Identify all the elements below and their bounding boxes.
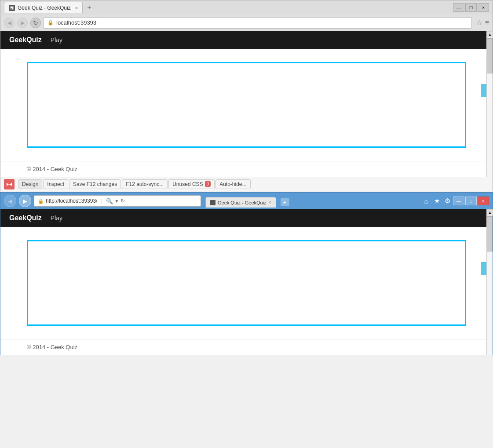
unused-css-badge: 0	[205, 181, 211, 187]
scroll-thumb[interactable]	[487, 38, 493, 73]
scroll-up-arrow[interactable]: ▲	[487, 31, 493, 37]
ff-side-tab[interactable]	[481, 262, 486, 275]
chrome-browser-window: Geek Quiz - GeekQuiz × + — □ × ◀ ▶ ↻ 🔒 l…	[0, 0, 493, 191]
svg-rect-2	[12, 7, 13, 9]
ff-scroll-thumb[interactable]	[487, 216, 493, 251]
ff-address-input[interactable]: 🔒 http://localhost:39393/ | 🔍 ▼ ↻	[34, 195, 201, 207]
side-tab[interactable]	[481, 84, 486, 97]
ff-search-sep: |	[101, 198, 102, 204]
ff-app-main-content	[0, 227, 493, 339]
chrome-tab[interactable]: Geek Quiz - GeekQuiz ×	[4, 2, 83, 13]
devtools-unused-css-btn[interactable]: Unused CSS 0	[168, 179, 215, 189]
ff-app-navbar: GeekQuiz Play	[0, 209, 493, 227]
ff-home-icon[interactable]: ⌂	[421, 196, 431, 206]
app-footer: © 2014 - Geek Quiz	[0, 161, 493, 177]
ff-tab[interactable]: Geek Quiz - GeekQuiz ×	[205, 197, 276, 208]
menu-icon[interactable]: ≡	[485, 19, 489, 27]
back-button[interactable]: ◀	[4, 18, 15, 28]
ff-scrollbar-track[interactable]: ▲	[486, 209, 493, 355]
devtools-save-btn[interactable]: Save F12 changes	[69, 179, 121, 189]
footer-text: © 2014 - Geek Quiz	[27, 166, 77, 172]
ff-forward-button[interactable]: ▶	[19, 195, 31, 207]
close-button[interactable]: ×	[478, 3, 489, 12]
vs-logo	[4, 179, 15, 189]
ff-address-icon: 🔒	[38, 198, 44, 204]
ff-tab-title: Geek Quiz - GeekQuiz	[218, 200, 267, 205]
content-box	[27, 62, 466, 148]
ff-nav-play-link[interactable]: Play	[51, 215, 62, 222]
app-brand: GeekQuiz	[9, 36, 42, 44]
address-text: localhost:39393	[56, 19, 96, 26]
tab-title: Geek Quiz - GeekQuiz	[18, 5, 71, 11]
ff-gear-icon[interactable]: ⚙	[442, 196, 452, 206]
ff-content-wrapper: GeekQuiz Play © 2014 - Geek Quiz ▲	[0, 209, 493, 355]
firefox-title-bar: ◀ ▶ 🔒 http://localhost:39393/ | 🔍 ▼ ↻ Ge…	[0, 193, 493, 209]
refresh-button[interactable]: ↻	[30, 18, 41, 28]
chrome-address-bar: ◀ ▶ ↻ 🔒 localhost:39393 ☆ ≡	[0, 15, 493, 31]
ff-minimize-btn[interactable]: —	[453, 197, 464, 205]
scrollbar-track[interactable]: ▲	[486, 31, 493, 177]
devtools-design-btn[interactable]: Design	[18, 179, 42, 189]
app-navbar: GeekQuiz Play	[0, 31, 493, 49]
ff-address-text: http://localhost:39393/	[46, 198, 97, 204]
ff-refresh-btn[interactable]: ↻	[121, 198, 125, 204]
minimize-button[interactable]: —	[453, 3, 464, 12]
maximize-button[interactable]: □	[465, 3, 477, 12]
devtools-sync-btn[interactable]: F12 auto-sync...	[122, 179, 168, 189]
devtools-inspect-btn[interactable]: Inspect	[43, 179, 68, 189]
tab-close-btn[interactable]: ×	[75, 5, 78, 11]
forward-button[interactable]: ▶	[17, 18, 28, 28]
ff-maximize-btn[interactable]: □	[465, 197, 477, 205]
ff-new-tab-btn[interactable]: +	[277, 197, 293, 208]
ff-close-btn[interactable]: ×	[478, 197, 489, 205]
ff-bookmark-icon[interactable]: ★	[432, 196, 442, 206]
ff-scroll-up-arrow[interactable]: ▲	[487, 209, 493, 215]
ff-footer-text: © 2014 - Geek Quiz	[27, 344, 77, 350]
ff-app-footer: © 2014 - Geek Quiz	[0, 339, 493, 355]
address-icon: 🔒	[47, 20, 54, 25]
ff-tab-favicon	[210, 200, 215, 205]
svg-rect-1	[11, 7, 12, 8]
ff-back-button[interactable]: ◀	[4, 195, 16, 207]
address-input[interactable]: 🔒 localhost:39393	[44, 17, 472, 29]
nav-play-link[interactable]: Play	[51, 36, 62, 44]
ff-tab-close[interactable]: ×	[269, 200, 271, 205]
ff-window-controls: ⌂ ★ ⚙ — □ ×	[421, 196, 489, 206]
firefox-browser-window: ◀ ▶ 🔒 http://localhost:39393/ | 🔍 ▼ ↻ Ge…	[0, 192, 493, 355]
devtools-autohide-btn[interactable]: Auto-hide...	[215, 179, 250, 189]
tab-favicon	[9, 5, 15, 11]
app-main-content	[0, 49, 493, 161]
ff-app-brand: GeekQuiz	[9, 214, 42, 222]
devtools-bar: Design Inspect Save F12 changes F12 auto…	[0, 177, 493, 191]
ff-tab-bar: Geek Quiz - GeekQuiz × +	[205, 194, 293, 208]
ff-content-box	[27, 240, 466, 326]
bookmark-icon[interactable]: ☆	[476, 18, 482, 27]
chrome-title-bar: Geek Quiz - GeekQuiz × + — □ ×	[0, 0, 493, 15]
window-controls: — □ ×	[453, 3, 489, 12]
new-tab-button[interactable]: +	[84, 3, 94, 12]
ff-dropdown-icon[interactable]: ▼	[115, 199, 119, 204]
ff-search-icon[interactable]: 🔍	[106, 198, 113, 204]
